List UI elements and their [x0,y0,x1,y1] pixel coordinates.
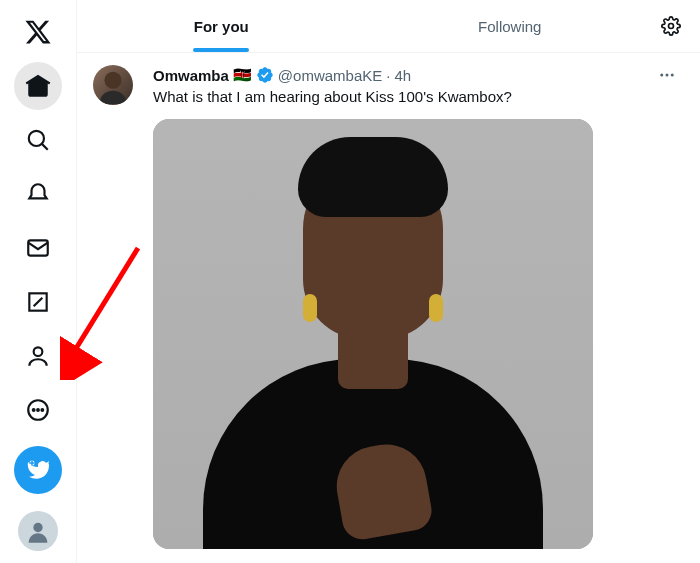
x-logo-icon[interactable] [14,8,62,56]
timestamp[interactable]: 4h [394,67,411,84]
tab-label: For you [194,18,249,35]
svg-line-1 [42,144,48,150]
profile-icon[interactable] [14,332,62,380]
svg-point-17 [666,74,669,77]
main-column: For you Following Omwamba 🇰🇪 [76,0,700,563]
tab-following[interactable]: Following [366,0,655,52]
flag-emoji: 🇰🇪 [233,66,252,84]
tweet-text: What is that I am hearing about Kiss 100… [153,87,684,107]
svg-point-15 [104,72,121,89]
svg-point-16 [660,74,663,77]
svg-point-5 [34,347,43,356]
account-switcher[interactable] [18,511,58,551]
feed: Omwamba 🇰🇪 @omwambaKE · 4h What is that … [77,53,700,563]
notifications-icon[interactable] [14,170,62,218]
svg-point-18 [671,74,674,77]
svg-point-8 [37,409,39,411]
tweet-media[interactable] [153,119,593,549]
timeline-tabs: For you Following [77,0,700,53]
handle[interactable]: @omwambaKE [278,67,382,84]
more-icon[interactable] [14,386,62,434]
tweet[interactable]: Omwamba 🇰🇪 @omwambaKE · 4h What is that … [77,53,700,549]
tab-for-you[interactable]: For you [77,0,366,52]
svg-point-7 [33,409,35,411]
svg-point-14 [669,24,674,29]
tweet-more-button[interactable] [650,65,684,85]
grok-icon[interactable] [14,278,62,326]
avatar-column [93,65,141,549]
compose-button[interactable] [14,446,62,494]
home-icon[interactable] [14,62,62,110]
author-avatar[interactable] [93,65,133,105]
verified-badge-icon [256,66,274,84]
messages-icon[interactable] [14,224,62,272]
svg-line-4 [34,298,43,307]
svg-point-13 [33,523,42,532]
tab-label: Following [478,18,541,35]
timeline-settings-button[interactable] [654,9,688,43]
tweet-body: Omwamba 🇰🇪 @omwambaKE · 4h What is that … [153,65,684,549]
tweet-header: Omwamba 🇰🇪 @omwambaKE · 4h [153,65,684,85]
display-name[interactable]: Omwamba [153,67,229,84]
separator: · [386,67,390,84]
svg-point-0 [29,131,44,146]
svg-point-9 [41,409,43,411]
search-icon[interactable] [14,116,62,164]
sidebar [0,0,76,563]
media-image-placeholder [153,119,593,549]
